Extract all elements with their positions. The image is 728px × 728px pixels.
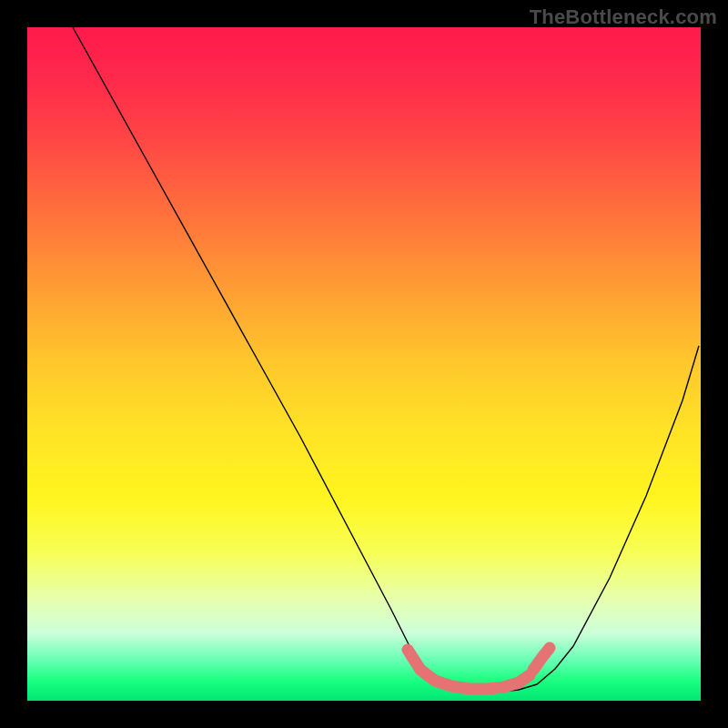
bottleneck-curve: [73, 27, 699, 692]
chart-area: [27, 27, 701, 701]
bottleneck-svg: [27, 27, 701, 701]
watermark-text: TheBottleneck.com: [530, 5, 717, 29]
curve-minimum-highlight: [408, 648, 550, 689]
